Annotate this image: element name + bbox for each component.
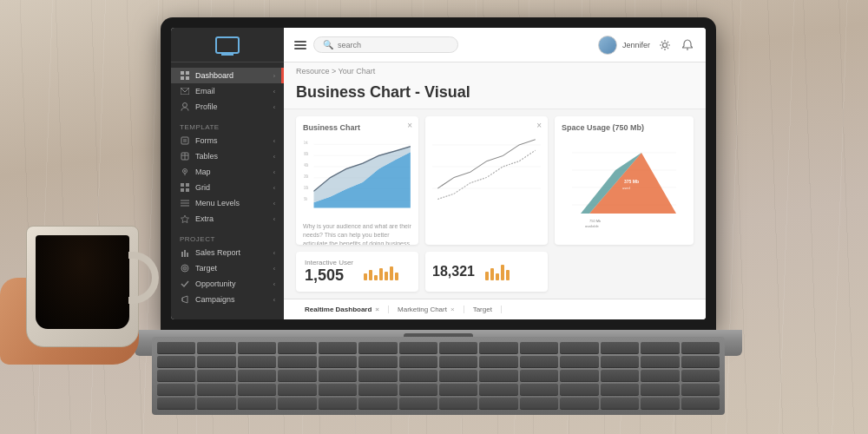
svg-text:50k: 50k [304,195,307,201]
keyboard-key [197,370,235,382]
tab-marketing-chart[interactable]: Marketing Chart × [389,306,464,313]
keyboard-key [439,384,477,396]
tab-target-label: Target [473,306,492,313]
map-label: Map [195,168,273,176]
interactive-user-value: 1,505 [305,266,353,285]
extra-label: Extra [195,214,273,223]
hamburger-menu[interactable] [294,41,306,49]
keyboard-key [399,342,437,354]
forms-icon [180,137,190,144]
space-usage-chart: 375 Mb used 750 Mb available [562,135,687,231]
keyboard-key [319,384,357,396]
keyboard-key [278,356,316,368]
svg-point-30 [663,43,667,47]
tab-realtime-label: Realtime Dashboard [305,306,372,313]
sidebar-dashboard-label: Dashboard [195,71,273,80]
dashboard-icon [180,72,190,79]
hamburger-line-3 [294,48,306,49]
keyboard-key [439,342,477,354]
user-name: Jennifer [622,41,650,49]
trend-chart-close[interactable]: × [536,121,542,130]
laptop: Dashboard › Email ‹ Profil [135,17,742,417]
target-chevron: ‹ [273,266,275,272]
keyboard-key [560,356,598,368]
keyboard-key [601,356,639,368]
tab-target[interactable]: Target [464,306,502,313]
bar-1 [364,273,367,280]
trend-chart-svg [432,123,541,210]
svg-rect-3 [186,76,189,80]
search-box[interactable]: 🔍 [313,36,458,53]
keyboard-key [238,356,276,368]
keyboard-key [641,356,679,368]
bottom-tabs: Realtime Dashboard × Marketing Chart × T… [284,299,706,319]
email-icon [180,88,190,95]
total-count-value: 18,321 [432,264,475,279]
svg-rect-1 [186,71,189,75]
sidebar-item-map[interactable]: Map ‹ [171,164,284,180]
tab-marketing-close[interactable]: × [450,306,455,313]
space-usage-title: Space Usage (750 Mb) [562,123,687,132]
keyboard-key [399,370,437,382]
space-usage-svg: 375 Mb used 750 Mb available [562,135,687,231]
opportunity-chevron: ‹ [273,281,275,287]
tab-realtime-dashboard[interactable]: Realtime Dashboard × [296,306,389,313]
keyboard-key [358,370,397,382]
count-bar-2 [490,268,494,280]
hamburger-line-1 [294,41,306,43]
sidebar-item-email[interactable]: Email ‹ [171,83,284,99]
topbar: 🔍 Jennifer [284,28,706,62]
bar-5 [385,272,388,280]
interactive-user-card: Interactive User 1,505 [296,252,418,292]
keyboard-key [238,342,276,354]
keyboard-key [560,370,598,382]
svg-rect-2 [181,76,184,80]
total-count-bars [485,263,510,280]
svg-text:375 Mb: 375 Mb [624,179,639,184]
keyboard-key [641,398,679,410]
svg-text:400k: 400k [304,162,308,168]
keyboard-key [641,342,679,354]
keyboard-key [319,370,357,382]
sidebar-item-tables[interactable]: Tables ‹ [171,148,284,164]
svg-text:100k: 100k [304,185,308,190]
svg-rect-0 [181,71,184,75]
sidebar-item-dashboard[interactable]: Dashboard › [171,68,284,83]
keyboard-key [560,384,598,396]
keyboard-key [197,384,235,396]
search-icon: 🔍 [323,40,333,49]
breadcrumb: Resource > Your Chart [284,62,706,80]
business-chart-close[interactable]: × [407,121,412,130]
cup-body [26,226,139,347]
keyboard-key [399,356,437,368]
keyboard-key [399,384,437,396]
keyboard-key [601,384,639,396]
map-icon [180,168,190,175]
notification-button[interactable] [680,37,695,53]
keyboard-key [238,370,276,382]
tables-icon [180,153,190,160]
bar-3 [374,275,378,280]
sidebar-item-profile[interactable]: Profile ‹ [171,99,284,115]
user-area: Jennifer [598,36,650,55]
cup-handle [128,252,159,304]
keyboard-key [601,342,639,354]
keyboard-key [439,398,477,410]
business-chart-card: Business Chart × 1mk 600k 400k 200k 100k… [296,116,418,245]
tables-chevron: ‹ [273,154,275,160]
search-input[interactable] [338,41,449,49]
settings-button[interactable] [657,37,673,53]
keyboard-key [641,370,679,382]
keyboard-key [278,342,316,354]
opportunity-label: Opportunity [195,279,273,288]
keyboard-key [197,356,235,368]
svg-rect-15 [181,183,184,187]
sidebar-item-forms[interactable]: Forms ‹ [171,133,284,148]
breadcrumb-text: Resource > Your Chart [296,67,375,76]
keyboard-key [319,398,357,410]
screen-content: Dashboard › Email ‹ Profil [171,28,706,319]
tab-realtime-close[interactable]: × [375,306,379,313]
main-content: 🔍 Jennifer [284,28,706,319]
svg-text:750 Mb: 750 Mb [589,219,602,223]
dashboard-grid: Business Chart × 1mk 600k 400k 200k 100k… [284,109,706,299]
